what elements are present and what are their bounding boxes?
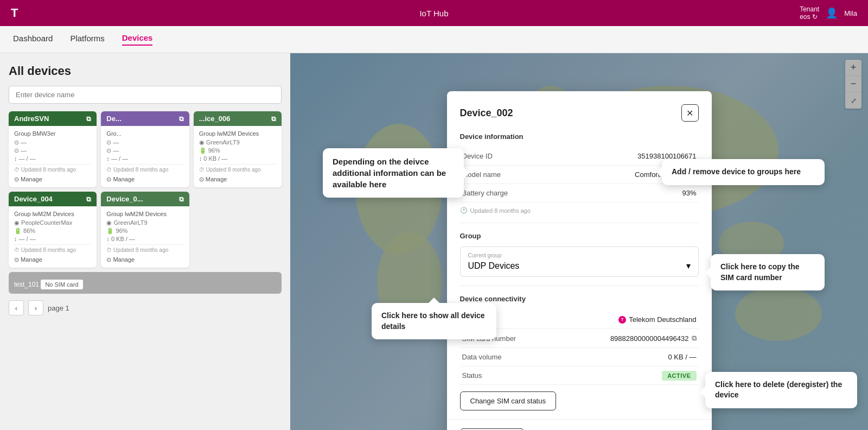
device-name: Device_0... xyxy=(106,195,143,203)
nav-platforms[interactable]: Platforms xyxy=(70,34,104,45)
modal-footer-divider xyxy=(447,419,712,420)
info-row: ⊙ — xyxy=(14,139,91,146)
copy-icon[interactable]: ⧉ xyxy=(179,195,184,203)
section-divider xyxy=(460,223,699,223)
device-name: ...ice_006 xyxy=(199,115,231,123)
telekom-icon: T xyxy=(618,316,626,324)
prev-page-button[interactable]: ‹ xyxy=(9,300,24,315)
no-sim-label: No SIM card xyxy=(41,280,82,289)
device-card: Device_004 ⧉ Group lwM2M Devices ◉ Peopl… xyxy=(9,192,97,268)
copy-sim-button[interactable]: ⧉ xyxy=(692,334,697,343)
group-section-title: Group xyxy=(460,232,699,240)
copy-icon[interactable]: ⧉ xyxy=(86,115,91,123)
field-value: ACTIVE xyxy=(553,366,698,385)
manage-link[interactable]: ⊙ Manage xyxy=(106,256,183,263)
device-card-body: Group lwM2M Devices ◉ GreenAirLT9 🔋 96% … xyxy=(194,126,282,187)
info-row: ⊙ — xyxy=(106,147,183,154)
group-value: UDP Devices xyxy=(468,261,520,271)
modal-overlay: Device_002 ✕ Device information Device I… xyxy=(290,53,868,430)
group-select[interactable]: Current group UDP Devices ▾ xyxy=(460,246,699,277)
device-card-body: Group lwM2M Devices ◉ PeopleCounterMax 🔋… xyxy=(9,206,97,268)
field-value: 89882800000004496432 ⧉ xyxy=(553,329,698,348)
info-row: ↕ 0 KB / — xyxy=(106,236,183,242)
device-card-header: De... ⧉ xyxy=(101,111,189,126)
info-row: ↕ 0 KB / — xyxy=(199,155,276,162)
nav-devices[interactable]: Devices xyxy=(122,33,153,46)
group-label: Current group xyxy=(468,252,691,258)
updated-time: ⏱ Updated 8 months ago xyxy=(199,167,276,173)
manage-link[interactable]: ⊙ Manage xyxy=(199,176,276,183)
username: Mila xyxy=(844,9,857,17)
device-card-header: Device_004 ⧉ xyxy=(9,192,97,206)
app-title: IoT Hub xyxy=(419,9,448,18)
nav-dashboard[interactable]: Dashboard xyxy=(13,34,53,45)
device-group: Gro... xyxy=(106,130,183,137)
tooltip-show-details: Click here to show all device details xyxy=(372,303,496,339)
user-avatar-icon: 👤 xyxy=(826,7,838,19)
section-divider xyxy=(460,286,699,286)
pagination: ‹ › page 1 xyxy=(9,300,282,315)
device-card: ...ice_006 ⧉ Group lwM2M Devices ◉ Green… xyxy=(194,111,282,187)
device-name: Device_004 xyxy=(14,195,53,203)
info-row: ◉ PeopleCounterMax xyxy=(14,219,91,226)
devices-grid: AndreSVN ⧉ Group BMW3er ⊙ — ⊙ — ↕ — / — … xyxy=(9,111,282,268)
tooltip-device-info: Depending on the deivce additional infor… xyxy=(323,148,464,198)
device-card-header: ...ice_006 ⧉ xyxy=(194,111,282,126)
next-page-button[interactable]: › xyxy=(28,300,43,315)
copy-icon[interactable]: ⧉ xyxy=(179,115,184,123)
manage-link[interactable]: ⊙ Manage xyxy=(14,256,91,263)
tooltip-groups: Add / remove device to groups here xyxy=(662,159,825,185)
info-row: ↕ — / — xyxy=(14,236,91,242)
page-label: page 1 xyxy=(48,304,69,312)
device-card: Device_0... ⧉ Group lwM2M Devices ◉ Gree… xyxy=(101,192,189,268)
tenant-label: Tenant eos ↻ xyxy=(800,5,819,21)
search-input[interactable] xyxy=(9,86,282,104)
modal-close-button[interactable]: ✕ xyxy=(681,104,699,122)
copy-icon[interactable]: ⧉ xyxy=(271,115,276,123)
info-row: 🔋 96% xyxy=(199,147,276,154)
info-row: ◉ GreenAirLT9 xyxy=(106,219,183,226)
field-label: Status xyxy=(460,366,554,385)
copy-icon[interactable]: ⧉ xyxy=(86,195,91,203)
field-label: Battery charge xyxy=(460,184,563,203)
status-badge: ACTIVE xyxy=(662,371,696,381)
tooltip-sim-copy: Click here to copy the SIM card number xyxy=(711,254,825,290)
field-value: 0 KB / — xyxy=(553,348,698,366)
platform-badge: T Telekom Deutschland xyxy=(618,315,696,324)
sim-number-value: 89882800000004496432 xyxy=(610,334,689,343)
updated-time: ⏱ Updated 8 months ago xyxy=(14,247,91,253)
device-name: AndreSVN xyxy=(14,115,49,123)
device-group: Group lwM2M Devices xyxy=(106,211,183,217)
modal-header: Device_002 ✕ xyxy=(460,104,699,122)
chevron-down-icon: ▾ xyxy=(686,261,691,271)
field-value: T Telekom Deutschland xyxy=(553,309,698,329)
info-row: ↕ — / — xyxy=(14,155,91,162)
manage-link[interactable]: ⊙ Manage xyxy=(14,176,91,183)
page-title: All devices xyxy=(9,64,282,78)
updated-text: Updated 8 months ago xyxy=(470,207,531,214)
table-row: Data volume 0 KB / — xyxy=(460,348,699,366)
test-device-card: test_101 No SIM card xyxy=(9,272,282,294)
topbar: T IoT Hub Tenant eos ↻ 👤 Mila xyxy=(0,0,868,26)
devices-panel: All devices AndreSVN ⧉ Group BMW3er ⊙ — … xyxy=(0,53,290,430)
map-area: + − ⤢ Device_002 ✕ Device information De… xyxy=(290,53,868,430)
updated-time: ⏱ Updated 8 months ago xyxy=(106,247,183,253)
table-row: Status ACTIVE xyxy=(460,366,699,385)
change-sim-button[interactable]: Change SIM card status xyxy=(460,391,556,410)
logo: T xyxy=(11,6,18,20)
device-card: AndreSVN ⧉ Group BMW3er ⊙ — ⊙ — ↕ — / — … xyxy=(9,111,97,187)
field-label: Data volume xyxy=(460,348,554,366)
device-group: Group lwM2M Devices xyxy=(199,130,276,137)
sim-number: 89882800000004496432 ⧉ xyxy=(610,334,697,343)
topbar-right: Tenant eos ↻ 👤 Mila xyxy=(800,5,857,21)
updated-time: ⏱ Updated 8 months ago xyxy=(106,167,183,173)
device-card: De... ⧉ Gro... ⊙ — ⊙ — ↕ — / — ⏱ Updated… xyxy=(101,111,189,187)
clock-icon: 🕐 xyxy=(460,207,468,214)
modal-title: Device_002 xyxy=(460,108,513,119)
table-row: Battery charge 93% xyxy=(460,184,699,203)
connectivity-section-title: Device connectivity xyxy=(460,295,699,303)
device-name: test_101 xyxy=(14,281,39,288)
manage-link[interactable]: ⊙ Manage xyxy=(106,176,183,183)
data-volume-value: 0 KB / — xyxy=(668,353,696,361)
device-detail-modal: Device_002 ✕ Device information Device I… xyxy=(447,91,712,430)
